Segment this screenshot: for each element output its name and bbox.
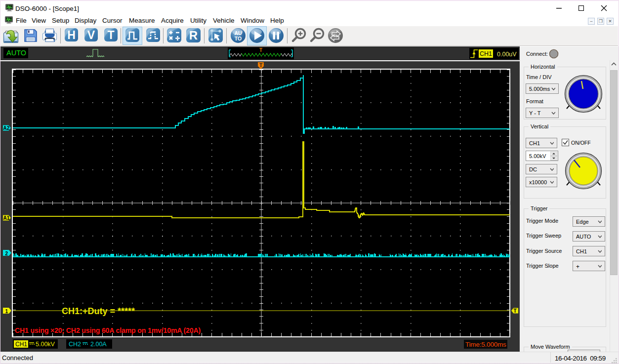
svg-text:CH2: CH2	[69, 341, 81, 348]
svg-text:T: T	[259, 47, 262, 53]
svg-text:5.00kV: 5.00kV	[36, 341, 55, 348]
svg-text:V: V	[87, 29, 95, 41]
svg-text:AUTO: AUTO	[6, 49, 26, 57]
svg-text:H: H	[67, 29, 76, 41]
svg-text:TO: TO	[235, 36, 242, 41]
svg-text:T: T	[259, 63, 262, 68]
svg-text:CH1 using ×20; CH2 using 60A c: CH1 using ×20; CH2 using 60A clamp on 1m…	[15, 326, 201, 334]
svg-text:2.00A: 2.00A	[90, 341, 107, 348]
svg-text:T: T	[514, 308, 517, 314]
svg-text:R: R	[189, 29, 198, 42]
svg-text:2: 2	[5, 251, 8, 256]
svg-text:0.00uV: 0.00uV	[497, 51, 517, 58]
svg-text:A1: A1	[3, 215, 10, 221]
svg-text:1: 1	[5, 309, 8, 314]
svg-text:CH1: CH1	[15, 341, 27, 348]
svg-text:CH1:+Duty = *****: CH1:+Duty = *****	[62, 306, 135, 316]
svg-text:A2: A2	[3, 125, 10, 131]
svg-text:CH1: CH1	[480, 50, 492, 57]
svg-text:T: T	[107, 29, 114, 41]
svg-text:Time:5.000ms: Time:5.000ms	[465, 341, 506, 348]
